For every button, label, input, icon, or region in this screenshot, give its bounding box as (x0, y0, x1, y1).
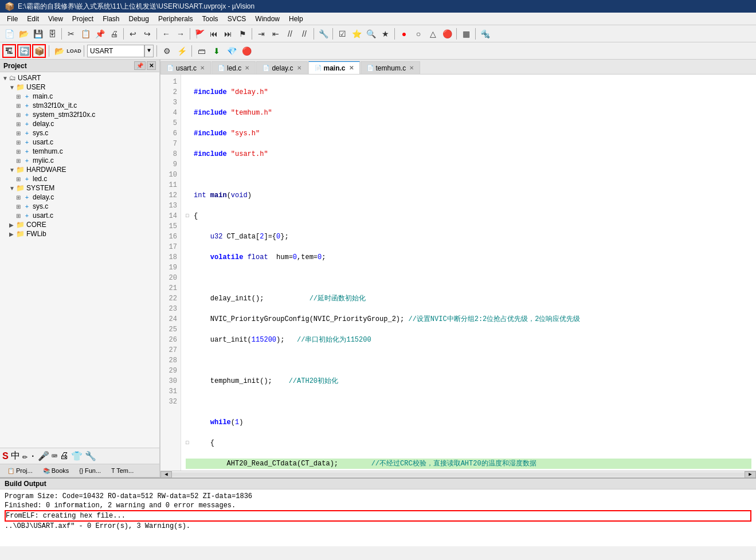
tree-delay-sys[interactable]: ⊞ + delay.c (1, 193, 158, 202)
indent-btn[interactable]: ⇥ (254, 27, 268, 41)
expander-myiic[interactable]: ⊞ (16, 158, 23, 164)
paste-btn[interactable]: 📌 (93, 27, 107, 41)
search-btn[interactable]: 🔍 (364, 27, 378, 41)
tree-usart-user[interactable]: ⊞ + usart.c (1, 138, 158, 147)
bookmark-btn[interactable]: 🚩 (193, 27, 206, 41)
expander-delay-sys[interactable]: ⊞ (16, 194, 23, 201)
tab-proj[interactable]: 📋 Proj... (2, 465, 38, 476)
star-btn[interactable]: ⭐ (350, 27, 363, 41)
expander-usart-sys[interactable]: ⊞ (16, 213, 23, 219)
tree-system[interactable]: ⊞ + system_stm32f10x.c (1, 110, 158, 119)
menu-item-flash[interactable]: Flash (98, 14, 124, 24)
tab-mainc-close[interactable]: ✕ (349, 65, 354, 71)
expander-user[interactable]: ▼ (9, 84, 16, 91)
tab-tem[interactable]: T Tem... (106, 465, 139, 476)
menu-item-tools[interactable]: Tools (198, 14, 223, 24)
expander-mainc[interactable]: ⊞ (16, 93, 23, 100)
misc-btn[interactable]: 🔧 (316, 27, 330, 41)
expander-temhum[interactable]: ⊞ (16, 148, 23, 155)
uncomment-btn[interactable]: // (297, 27, 311, 41)
code-editor[interactable]: 12345 678910 1112131415 1617181920 21222… (160, 75, 756, 471)
expander-delay-user[interactable]: ⊞ (16, 121, 23, 127)
run-btn[interactable]: 🔴 (240, 44, 253, 58)
code-text[interactable]: #include "delay.h" #include "temhum.h" #… (181, 75, 756, 471)
h-scrollbar[interactable]: ◀ ▶ (160, 471, 756, 477)
nav-fwd-btn[interactable]: → (174, 27, 187, 41)
tab-usartc-close[interactable]: ✕ (200, 65, 205, 71)
magic-btn[interactable]: 💎 (225, 44, 238, 58)
tab-temhumc-close[interactable]: ✕ (409, 65, 414, 71)
pkg-btn[interactable]: 🗃 (195, 44, 209, 58)
bookmark-prev-btn[interactable]: ⏮ (207, 27, 221, 41)
menu-item-help[interactable]: Help (284, 14, 308, 24)
tree-fwlib[interactable]: ▶ 📁 FWLib (1, 229, 158, 238)
expander-usart-user[interactable]: ⊞ (16, 139, 23, 146)
pin-icon[interactable]: 📌 (134, 61, 146, 70)
expander-usart[interactable]: ▼ (2, 75, 9, 81)
copy-btn[interactable]: 📋 (79, 27, 92, 41)
tree-user[interactable]: ▼ 📁 USER (1, 83, 158, 92)
target-dropdown[interactable]: ▼ (144, 45, 154, 57)
stop-btn[interactable]: 🔴 (440, 27, 454, 41)
scroll-right[interactable]: ▶ (745, 471, 756, 478)
ime-print[interactable]: 🖨 (60, 451, 69, 461)
redo-btn[interactable]: ↪ (140, 27, 154, 41)
menu-item-svcs[interactable]: SVCS (223, 14, 251, 24)
ime-keyboard[interactable]: ⌨ (52, 451, 57, 462)
tree-usart-sys[interactable]: ⊞ + usart.c (1, 211, 158, 220)
ime-icon[interactable]: S (2, 451, 9, 462)
tree-sys-sys[interactable]: ⊞ + sys.c (1, 202, 158, 211)
build-target-btn[interactable]: 🏗 (2, 44, 16, 58)
circle-btn[interactable]: ● (397, 27, 411, 41)
new-btn[interactable]: 📄 (2, 27, 16, 41)
tab-ledc[interactable]: 📄 led.c ✕ (211, 61, 256, 74)
tree-system-folder[interactable]: ▼ 📁 SYSTEM (1, 183, 158, 193)
tree-usart[interactable]: ▼ 🗂 USART (1, 73, 158, 83)
tab-fun[interactable]: {} Fun... (74, 465, 106, 476)
comment-btn[interactable]: // (283, 27, 297, 41)
open-project-btn[interactable]: 📂 (52, 44, 66, 58)
bookmark-clear-btn[interactable]: ⚑ (236, 27, 249, 41)
opt2-btn[interactable]: ⚡ (175, 44, 189, 58)
tree-temhum[interactable]: ⊞ + temhum.c (1, 147, 158, 156)
expander-hardware[interactable]: ▼ (9, 167, 16, 173)
winsel-btn[interactable]: ▦ (459, 27, 473, 41)
ime-wrench[interactable]: 🔧 (85, 451, 96, 462)
tools-btn[interactable]: 🔩 (478, 27, 492, 41)
nav-back-btn[interactable]: ← (159, 27, 173, 41)
tree-led[interactable]: ⊞ + led.c (1, 174, 158, 183)
expander-fwlib[interactable]: ▶ (9, 231, 16, 237)
close-panel-icon[interactable]: ✕ (147, 61, 156, 70)
expander-system-folder[interactable]: ▼ (9, 185, 16, 191)
scroll-left[interactable]: ◀ (160, 471, 172, 478)
ime-dot[interactable]: · (30, 451, 36, 461)
tab-mainc[interactable]: 📄 main.c ✕ (308, 61, 360, 74)
ime-zh[interactable]: 中 (11, 450, 20, 462)
tree-stm32-it[interactable]: ⊞ + stm32f10x_it.c (1, 101, 158, 110)
menu-item-project[interactable]: Project (68, 14, 98, 24)
expander-sys-sys[interactable]: ⊞ (16, 203, 23, 210)
menu-item-debug[interactable]: Debug (124, 14, 154, 24)
expander-core[interactable]: ▶ (9, 222, 16, 228)
tab-delayc[interactable]: 📄 delay.c ✕ (256, 61, 307, 74)
flash-btn[interactable]: ⬇ (210, 44, 224, 58)
ime-pen[interactable]: ✏ (22, 451, 28, 462)
rebuild-btn[interactable]: 🔄 (17, 44, 31, 58)
tree-hardware[interactable]: ▼ 📁 HARDWARE (1, 165, 158, 174)
cut-btn[interactable]: ✂ (64, 27, 78, 41)
ime-mic[interactable]: 🎤 (38, 451, 49, 462)
expander-stm32[interactable]: ⊞ (16, 103, 23, 109)
menu-item-window[interactable]: Window (250, 14, 284, 24)
menu-item-edit[interactable]: Edit (22, 14, 44, 24)
check-btn[interactable]: ☑ (335, 27, 349, 41)
target-name-input[interactable] (87, 45, 144, 57)
star2-btn[interactable]: ★ (378, 27, 392, 41)
tab-ledc-close[interactable]: ✕ (245, 65, 249, 71)
load-btn[interactable]: LOAD (67, 44, 81, 58)
unindent-btn[interactable]: ⇤ (269, 27, 283, 41)
tree-myiic[interactable]: ⊞ + myiic.c (1, 156, 158, 165)
ime-tshirt[interactable]: 👕 (71, 451, 83, 462)
expander-led[interactable]: ⊞ (16, 176, 23, 182)
tree-mainc[interactable]: ⊞ + main.c (1, 92, 158, 101)
menu-item-peripherals[interactable]: Peripherals (154, 14, 198, 24)
